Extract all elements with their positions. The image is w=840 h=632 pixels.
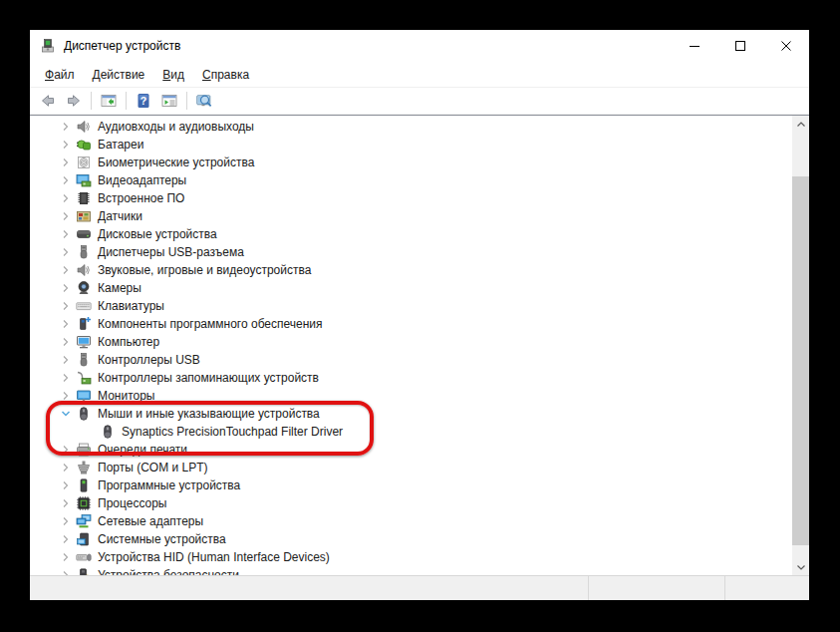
scan-hardware-changes-button[interactable] xyxy=(191,90,217,112)
collapsed-chevron-icon[interactable] xyxy=(58,226,74,242)
tree-item[interactable]: Датчики xyxy=(30,207,809,225)
window-controls xyxy=(672,30,809,62)
collapsed-chevron-icon[interactable] xyxy=(58,155,74,170)
software-component-icon xyxy=(76,316,92,332)
scroll-up-button[interactable] xyxy=(792,116,809,133)
collapsed-chevron-icon[interactable] xyxy=(58,119,74,135)
tree-item[interactable]: Очереди печати xyxy=(30,441,809,459)
maximize-button[interactable] xyxy=(717,30,763,62)
collapsed-chevron-icon[interactable] xyxy=(58,316,74,332)
help-icon: ? xyxy=(136,93,151,109)
back-button[interactable] xyxy=(35,90,61,112)
hid-icon xyxy=(76,549,92,565)
tree-item[interactable]: Устройства HID (Human Interface Devices) xyxy=(30,548,809,566)
monitor-icon xyxy=(76,388,92,404)
tree-item-label: Компоненты программного обеспечения xyxy=(98,317,323,331)
console-tree-icon xyxy=(101,93,117,109)
collapsed-chevron-icon[interactable] xyxy=(58,172,74,188)
back-arrow-icon xyxy=(40,93,56,109)
tree-item[interactable]: Аудиовходы и аудиовыходы xyxy=(30,118,809,136)
menu-item-action[interactable]: Действие xyxy=(84,65,154,85)
tree-item-label: Видеоадаптеры xyxy=(98,173,186,187)
collapsed-chevron-icon[interactable] xyxy=(58,190,74,206)
collapsed-chevron-icon[interactable] xyxy=(58,137,74,153)
system-device-icon xyxy=(76,531,92,547)
collapsed-chevron-icon[interactable] xyxy=(58,477,74,493)
forward-arrow-icon xyxy=(66,93,82,109)
mouse-icon xyxy=(76,406,92,422)
collapsed-chevron-icon[interactable] xyxy=(58,513,74,529)
collapsed-chevron-icon[interactable] xyxy=(58,208,74,224)
tree-item[interactable]: Биометрические устройства xyxy=(30,154,809,171)
menu-item-file[interactable]: Файл xyxy=(36,65,84,85)
status-bar-separator xyxy=(588,576,589,600)
collapsed-chevron-icon[interactable] xyxy=(58,280,74,296)
menu-bar: ФайлДействиеВидСправка xyxy=(30,62,809,88)
collapsed-chevron-icon[interactable] xyxy=(58,388,74,404)
tree-item-label: Мониторы xyxy=(98,389,154,403)
help-button[interactable]: ? xyxy=(131,90,156,112)
collapsed-chevron-icon[interactable] xyxy=(58,531,74,547)
collapsed-chevron-icon[interactable] xyxy=(58,262,74,278)
forward-button[interactable] xyxy=(61,90,87,112)
scan-hardware-icon xyxy=(196,93,212,109)
tree-item[interactable]: Процессоры xyxy=(30,494,809,512)
tree-item[interactable]: Видеоадаптеры xyxy=(30,171,809,189)
minimize-button[interactable] xyxy=(672,30,717,62)
tree-item[interactable]: Встроенное ПО xyxy=(30,189,809,207)
tree-item-label: Мыши и иные указывающие устройства xyxy=(98,407,320,421)
properties-button[interactable] xyxy=(156,90,182,112)
tree-item[interactable]: Системные устройства xyxy=(30,530,809,548)
tree-item[interactable]: Сетевые адаптеры xyxy=(30,512,809,530)
tree-item[interactable]: Клавиатуры xyxy=(30,297,809,315)
collapsed-chevron-icon[interactable] xyxy=(58,334,74,350)
tree-item[interactable]: Контроллеры запоминающих устройств xyxy=(30,369,809,387)
tree-item-label: Системные устройства xyxy=(98,532,226,546)
tree-item-label: Звуковые, игровые и видеоустройства xyxy=(98,263,311,277)
collapsed-chevron-icon[interactable] xyxy=(58,244,74,260)
collapsed-chevron-icon[interactable] xyxy=(58,567,74,575)
tree-item[interactable]: Звуковые, игровые и видеоустройства xyxy=(30,261,809,279)
tree-item[interactable]: Программные устройства xyxy=(30,476,809,494)
tree-item[interactable]: Synaptics PrecisionTouchpad Filter Drive… xyxy=(30,423,809,441)
tree-item[interactable]: Мыши и иные указывающие устройства xyxy=(30,405,809,423)
speaker-icon xyxy=(76,119,92,135)
fingerprint-icon xyxy=(76,155,92,170)
collapsed-chevron-icon[interactable] xyxy=(58,495,74,511)
close-button[interactable] xyxy=(763,30,809,62)
tree-item[interactable]: Диспетчеры USB-разъема xyxy=(30,243,809,261)
tree-item[interactable]: Мониторы xyxy=(30,387,809,405)
tree-item[interactable]: Устройства безопасности xyxy=(30,566,809,575)
tree-panel: Аудиовходы и аудиовыходыБатареиБиометрич… xyxy=(30,115,809,575)
tree-item[interactable]: Контроллеры USB xyxy=(30,351,809,369)
tree-item-label: Порты (COM и LPT) xyxy=(98,461,208,474)
menu-item-view[interactable]: Вид xyxy=(153,65,193,85)
tree-item[interactable]: Компоненты программного обеспечения xyxy=(30,315,809,333)
tree-item-label: Аудиовходы и аудиовыходы xyxy=(98,120,254,134)
tree-item-label: Устройства безопасности xyxy=(98,568,239,575)
collapsed-chevron-icon[interactable] xyxy=(58,442,74,458)
collapsed-chevron-icon[interactable] xyxy=(58,352,74,368)
tree-item[interactable]: Батареи xyxy=(30,136,809,154)
expanded-chevron-icon[interactable] xyxy=(58,406,74,422)
tree-item[interactable]: Камеры xyxy=(30,279,809,297)
network-adapter-icon xyxy=(76,513,92,529)
menu-item-help[interactable]: Справка xyxy=(193,65,258,85)
title-bar[interactable]: Диспетчер устройств xyxy=(30,30,809,62)
collapsed-chevron-icon[interactable] xyxy=(58,298,74,314)
collapsed-chevron-icon[interactable] xyxy=(58,370,74,386)
show-console-tree-button[interactable] xyxy=(96,90,122,112)
vertical-scrollbar[interactable] xyxy=(792,116,809,575)
tree-item[interactable]: Порты (COM и LPT) xyxy=(30,459,809,476)
toolbar-separator xyxy=(186,92,187,110)
security-device-icon xyxy=(76,567,92,575)
scrollbar-thumb[interactable] xyxy=(792,176,809,545)
chevron-placeholder xyxy=(82,424,98,440)
collapsed-chevron-icon[interactable] xyxy=(58,460,74,475)
tree-item[interactable]: Компьютер xyxy=(30,333,809,351)
tree-item[interactable]: Дисковые устройства xyxy=(30,225,809,243)
scroll-down-button[interactable] xyxy=(792,558,809,575)
usb-icon xyxy=(76,352,92,368)
collapsed-chevron-icon[interactable] xyxy=(58,549,74,565)
speaker-icon xyxy=(76,262,92,278)
